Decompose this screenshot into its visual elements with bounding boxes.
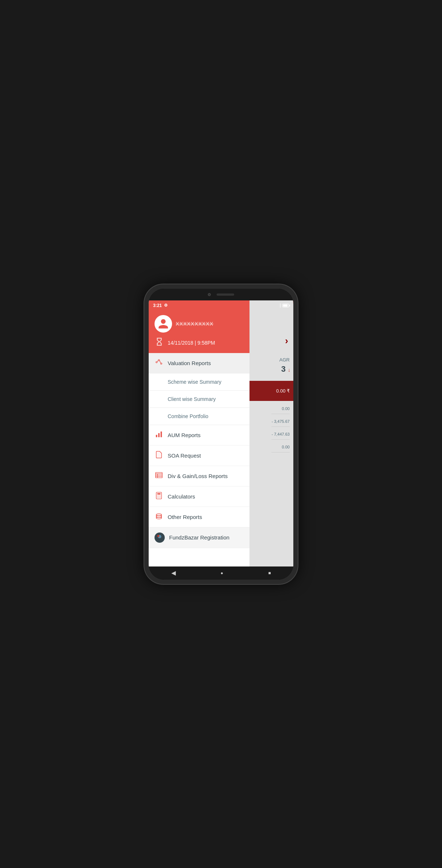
recent-apps-button[interactable]: ■ <box>268 571 271 576</box>
bg-values: 0.00 - 3,475.67 - 7,447.63 0.00 <box>271 406 290 458</box>
clock: 3:21 <box>153 303 162 308</box>
svg-point-27 <box>157 535 160 537</box>
front-camera <box>208 293 211 296</box>
svg-rect-5 <box>156 435 157 437</box>
svg-point-20 <box>160 497 161 497</box>
background-panel: AGR 3 ↓ 0.00 ₹ 0.00 - 3,475.67 - 7,447.6… <box>249 300 293 566</box>
div-gain-icon <box>155 471 163 481</box>
username-text: XXXXXXXXXX <box>176 321 213 327</box>
valuation-icon <box>155 358 163 368</box>
svg-rect-14 <box>157 493 160 494</box>
earpiece-speaker <box>217 293 234 296</box>
battery-icon <box>282 304 289 307</box>
other-reports-icon <box>155 512 163 522</box>
other-reports-label: Other Reports <box>168 514 202 520</box>
settings-icon: ⚙ <box>164 303 168 308</box>
client-wise-label: Client wise Summary <box>168 396 216 402</box>
dark-band: 0.00 ₹ <box>249 381 293 401</box>
back-button[interactable]: ◀ <box>171 569 176 576</box>
phone-screen: AGR 3 ↓ 0.00 ₹ 0.00 - 3,475.67 - 7,447.6… <box>149 289 293 580</box>
svg-point-18 <box>157 497 158 497</box>
svg-rect-7 <box>161 431 162 437</box>
svg-point-16 <box>159 496 159 496</box>
combine-portfolio-label: Combine Portfolio <box>168 413 208 419</box>
valuation-reports-label: Valuation Reports <box>168 360 211 366</box>
aum-icon <box>155 430 163 440</box>
fundzbazar-label: FundzBazar Registration <box>169 534 229 541</box>
svg-rect-6 <box>158 433 160 437</box>
svg-point-2 <box>161 363 162 364</box>
timer-icon <box>155 337 164 349</box>
datetime-text: 14/11/2018 | 9:58PM <box>168 340 215 346</box>
svg-line-3 <box>157 360 158 362</box>
soa-icon <box>155 451 163 460</box>
aum-reports-label: AUM Reports <box>168 432 201 438</box>
notch-bar <box>149 289 293 300</box>
hourglass-icon <box>155 337 164 346</box>
avatar <box>155 315 172 333</box>
fundzbazar-icon <box>155 532 165 543</box>
home-button[interactable]: ● <box>221 571 223 576</box>
user-section: XXXXXXXXXX <box>155 315 213 333</box>
bg-number: 3 ↓ <box>281 364 290 374</box>
status-left: 3:21 ⚙ <box>153 303 168 308</box>
svg-point-19 <box>159 497 159 497</box>
svg-point-17 <box>160 496 161 496</box>
calculator-icon <box>155 492 163 501</box>
screen-content: AGR 3 ↓ 0.00 ₹ 0.00 - 3,475.67 - 7,447.6… <box>149 300 293 566</box>
svg-point-0 <box>156 361 157 363</box>
svg-point-15 <box>157 496 158 496</box>
svg-line-4 <box>160 360 161 363</box>
bottom-navigation: ◀ ● ■ <box>149 566 293 580</box>
calculators-label: Calculators <box>168 493 195 500</box>
svg-point-21 <box>156 517 162 519</box>
svg-point-23 <box>156 514 162 516</box>
phone-frame: AGR 3 ↓ 0.00 ₹ 0.00 - 3,475.67 - 7,447.6… <box>144 284 298 584</box>
scheme-wise-label: Scheme wise Summary <box>168 379 221 385</box>
agr-label: AGR <box>279 357 290 363</box>
soa-label: SOA Request <box>168 452 201 459</box>
user-avatar-icon <box>157 318 169 330</box>
div-gain-label: Div & Gain/Loss Reports <box>168 473 228 479</box>
